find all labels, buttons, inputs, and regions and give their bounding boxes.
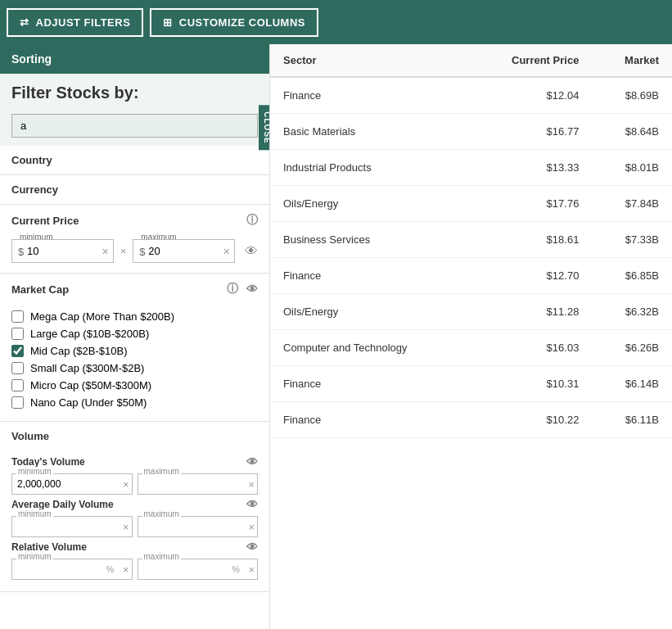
market-cap-item: Small Cap ($300M-$2B) (11, 360, 258, 377)
todays-vol-max-clear[interactable]: × (248, 478, 255, 491)
cell-sector-4: Business Services (270, 222, 468, 258)
market-cap-item: Mid Cap ($2B-$10B) (11, 342, 258, 360)
th-current-price-label: Current Price (512, 54, 579, 66)
market-cap-label: Market Cap (11, 283, 69, 296)
price-range: minimum $ × × maximum $ × (0, 236, 269, 273)
rel-vol-max-wrap: maximum % × (138, 559, 259, 580)
cell-sector-9: Finance (270, 402, 468, 438)
cell-sector-1: Basic Materials (270, 114, 468, 150)
cell-market-7: $6.26B (592, 330, 672, 366)
table-row[interactable]: Business Services$18.61$7.33B (270, 222, 672, 258)
market-cap-checkbox-3[interactable] (11, 362, 24, 374)
avg-vol-min-clear[interactable]: × (123, 521, 129, 533)
avg-vol-max-clear[interactable]: × (248, 521, 255, 533)
th-sector: Sector (270, 44, 468, 77)
market-cap-checkbox-0[interactable] (11, 310, 24, 323)
table-row[interactable]: Finance$10.22$6.11B (270, 402, 672, 438)
currency-label: Currency (11, 183, 58, 196)
market-cap-eye-icon[interactable]: 👁 (246, 283, 258, 296)
price-max-input[interactable] (133, 239, 235, 263)
table-row[interactable]: Basic Materials$16.77$8.64B (270, 114, 672, 150)
todays-volume-eye-icon[interactable]: 👁 (246, 455, 258, 468)
rel-vol-max-pct: % (232, 564, 240, 574)
avg-daily-eye-icon[interactable]: 👁 (246, 498, 258, 511)
sidebar: Sorting Filter Stocks by: CLOSE Country … (0, 44, 270, 629)
cell-currentPrice-1: $16.77 (468, 114, 592, 150)
close-label: CLOSE (263, 111, 270, 143)
close-tab[interactable]: CLOSE (259, 105, 270, 150)
price-max-wrap: maximum $ × (133, 239, 235, 263)
market-cap-checkbox-5[interactable] (11, 396, 24, 409)
cell-market-3: $7.84B (592, 186, 672, 222)
price-max-prefix: $ (139, 245, 145, 257)
rel-vol-min-pct: % (106, 564, 115, 574)
cell-sector-7: Computer and Technology (270, 330, 468, 366)
section-market-cap[interactable]: Market Cap ⓘ 👁 (0, 274, 269, 305)
current-price-help-icon[interactable]: ⓘ (246, 213, 258, 228)
avg-daily-volume-row: minimum × maximum × (11, 516, 258, 537)
sidebar-header-label: Sorting (11, 52, 52, 66)
section-current-price[interactable]: Current Price ⓘ (0, 205, 269, 236)
customize-columns-button[interactable]: ⊞ CUSTOMIZE COLUMNS (150, 8, 318, 37)
todays-vol-min-wrap: minimum × (11, 473, 133, 495)
section-volume[interactable]: Volume (0, 422, 269, 450)
cell-sector-6: Oils/Energy (270, 294, 468, 330)
avg-vol-max-input[interactable] (138, 516, 259, 537)
price-max-clear[interactable]: × (222, 245, 232, 258)
th-market: Market (592, 44, 672, 77)
market-cap-checkbox-4[interactable] (11, 379, 24, 391)
rel-vol-max-clear[interactable]: × (248, 563, 255, 576)
rel-vol-max-label: maximum (142, 552, 181, 561)
avg-vol-min-input[interactable] (11, 516, 133, 537)
relative-vol-eye-icon[interactable]: 👁 (246, 541, 258, 554)
market-cap-item: Micro Cap ($50M-$300M) (11, 377, 258, 394)
market-cap-checkbox-2[interactable] (11, 345, 24, 357)
table-row[interactable]: Oils/Energy$17.76$7.84B (270, 186, 672, 222)
table-row[interactable]: Oils/Energy$11.28$6.32B (270, 294, 672, 330)
todays-vol-min-label: minimum (16, 467, 53, 476)
cell-currentPrice-2: $13.33 (468, 150, 592, 186)
search-input[interactable] (11, 114, 258, 138)
todays-vol-min-input[interactable] (11, 473, 133, 495)
market-cap-checkbox-1[interactable] (11, 328, 24, 340)
todays-vol-min-clear[interactable]: × (123, 478, 129, 491)
price-range-row: minimum $ × × maximum $ × (11, 239, 258, 263)
section-country[interactable]: Country (0, 146, 269, 174)
market-cap-help-icon[interactable]: ⓘ (227, 282, 238, 296)
rel-vol-min-wrap: minimum % × (11, 559, 133, 580)
table-row[interactable]: Computer and Technology$16.03$6.26B (270, 330, 672, 366)
market-cap-item: Mega Cap (More Than $200B) (11, 308, 258, 325)
cell-market-9: $6.11B (592, 402, 672, 438)
table-row[interactable]: Finance$12.04$8.69B (270, 77, 672, 114)
cell-currentPrice-5: $12.70 (468, 258, 592, 294)
table-header: Sector Current Price Market (270, 44, 672, 77)
price-min-clear[interactable]: × (101, 245, 110, 258)
rel-vol-min-label: minimum (16, 552, 53, 561)
cell-currentPrice-9: $10.22 (468, 402, 592, 438)
section-currency[interactable]: Currency (0, 175, 269, 204)
rel-vol-min-clear[interactable]: × (123, 563, 129, 576)
table-row[interactable]: Industrial Products$13.33$8.01B (270, 150, 672, 186)
adjust-filters-button[interactable]: ⇄ ADJUST FILTERS (7, 8, 143, 37)
current-price-label: Current Price (11, 215, 79, 227)
sliders-icon: ⇄ (20, 16, 29, 29)
cell-currentPrice-3: $17.76 (468, 186, 592, 222)
table-row[interactable]: Finance$12.70$6.85B (270, 258, 672, 294)
main-layout: Sorting Filter Stocks by: CLOSE Country … (0, 44, 672, 629)
todays-vol-max-input[interactable] (138, 473, 259, 495)
top-bar: ⇄ ADJUST FILTERS ⊞ CUSTOMIZE COLUMNS (0, 0, 672, 44)
cell-sector-2: Industrial Products (270, 150, 468, 186)
cell-sector-3: Oils/Energy (270, 186, 468, 222)
filter-title-text: Filter Stocks by: (11, 84, 139, 102)
price-min-input[interactable] (11, 239, 114, 263)
cell-market-4: $7.33B (592, 222, 672, 258)
cell-currentPrice-4: $18.61 (468, 222, 592, 258)
cell-market-8: $6.14B (592, 366, 672, 402)
cell-currentPrice-0: $12.04 (468, 77, 592, 114)
filter-section-current-price: Current Price ⓘ minimum $ × × max (0, 205, 269, 274)
price-eye-icon[interactable]: 👁 (245, 244, 258, 259)
customize-columns-label: CUSTOMIZE COLUMNS (179, 16, 305, 29)
adjust-filters-label: ADJUST FILTERS (36, 16, 131, 29)
stocks-table: Sector Current Price Market Finance$12.0… (270, 44, 672, 438)
table-row[interactable]: Finance$10.31$6.14B (270, 366, 672, 402)
